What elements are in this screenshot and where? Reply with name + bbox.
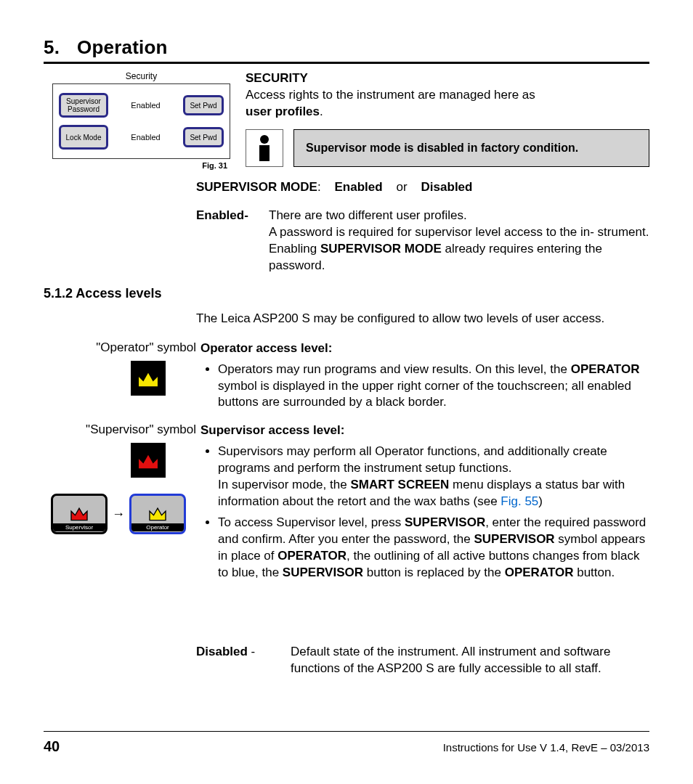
access-levels-heading: 5.1.2 Access levels (44, 286, 649, 301)
text-bold: SMART SCREEN (350, 478, 449, 491)
text-bold: user profiles (246, 105, 320, 118)
text: Operators may run programs and view resu… (218, 362, 571, 376)
lock-mode-button[interactable]: Lock Mode (59, 125, 108, 150)
text-bold: SUPERVISOR (405, 515, 485, 529)
set-pwd-button[interactable]: Set Pwd (183, 95, 224, 115)
def-body: There are two different user profiles. A… (269, 208, 649, 274)
footer-rule (44, 731, 649, 732)
info-icon (246, 129, 283, 167)
text: button is replaced by the (363, 565, 505, 579)
text-bold: OPERATOR (505, 565, 574, 579)
text: Supervisors may perform all Operator fun… (218, 444, 607, 475)
operator-icon (131, 361, 166, 396)
text: button. (573, 565, 615, 579)
def-term: Enabled- (196, 208, 269, 274)
def-term: Disabled - (196, 644, 291, 677)
mode-button-pair: Supervisor → Operator (51, 494, 196, 534)
security-panel-title: Security (52, 71, 230, 81)
status-text: Enabled (131, 133, 160, 142)
supervisor-mode-button[interactable]: Supervisor (51, 494, 108, 534)
set-pwd-button[interactable]: Set Pwd (183, 127, 224, 147)
footer: 40 Instructions for Use V 1.4, RevE – 03… (44, 738, 649, 755)
mode-button-label: Supervisor (53, 523, 105, 531)
security-row: Supervisor Password Enabled Set Pwd (59, 93, 224, 118)
chapter-title: Operation (77, 36, 168, 58)
text-bold: OPERATOR (277, 549, 346, 563)
chapter-number: 5. (44, 36, 60, 58)
mode-button-label: Operator (131, 523, 184, 531)
text-bold: Enabled (335, 180, 383, 194)
supervisor-symbol-label: "Supervisor" symbol (44, 422, 196, 437)
footer-text: Instructions for Use V 1.4, RevE – 03/20… (443, 741, 649, 754)
chapter-header: 5.Operation (44, 36, 649, 59)
security-panel: Security Supervisor Password Enabled Set… (52, 71, 230, 170)
note-text: Supervisor mode is disabled in factory c… (306, 142, 578, 155)
text: : (317, 180, 321, 194)
status-text: Enabled (131, 101, 160, 110)
list-item: To access Supervisor level, press SUPERV… (218, 515, 649, 581)
security-row: Lock Mode Enabled Set Pwd (59, 125, 224, 150)
page-number: 40 (44, 738, 60, 755)
supervisor-icon (131, 443, 166, 478)
note-box: Supervisor mode is disabled in factory c… (293, 129, 649, 167)
text: symbol is displayed in the upper right c… (218, 379, 631, 409)
security-intro: Access rights to the instrument are mana… (246, 87, 649, 121)
operator-access-heading: Operator access level: (200, 340, 649, 357)
arrow-icon: → (112, 507, 125, 522)
figure-caption: Fig. 31 (52, 161, 230, 170)
text: To access Supervisor level, press (218, 515, 405, 529)
text: In supervisor mode, the (218, 478, 350, 491)
text-bold: SUPERVISOR (474, 532, 554, 546)
definition-row: Disabled - Default state of the instrume… (196, 644, 649, 677)
text: . (320, 105, 323, 118)
text-bold: SUPERVISOR MODE (320, 242, 442, 256)
operator-mode-button[interactable]: Operator (129, 494, 186, 534)
text-bold: Disabled (421, 180, 473, 194)
def-body: Default state of the instrument. All ins… (291, 644, 649, 677)
security-heading: SECURITY (246, 71, 649, 86)
figure-link[interactable]: Fig. 55 (500, 494, 538, 508)
supervisor-access-heading: Supervisor access level: (200, 422, 649, 439)
supervisor-password-button[interactable]: Supervisor Password (59, 93, 108, 118)
list-item: Supervisors may perform all Operator fun… (218, 444, 649, 510)
text-bold: OPERATOR (571, 362, 640, 376)
definition-row: Enabled- There are two different user pr… (196, 208, 649, 274)
access-intro: The Leica ASP200 S may be configured to … (196, 311, 649, 326)
text: There are two different user profiles. (269, 208, 467, 222)
text: or (397, 180, 408, 194)
mode-line: SUPERVISOR MODE: Enabled or Disabled (196, 180, 649, 195)
text-bold: SUPERVISOR (283, 565, 363, 579)
text: Access rights to the instrument are mana… (246, 88, 535, 102)
supervisor-bullets: Supervisors may perform all Operator fun… (200, 444, 649, 581)
text-bold: SUPERVISOR MODE (196, 180, 317, 194)
text: ) (538, 494, 543, 508)
operator-symbol-label: "Operator" symbol (44, 340, 196, 355)
operator-bullets: Operators may run programs and view resu… (200, 362, 649, 412)
header-rule (44, 62, 649, 64)
security-panel-box: Supervisor Password Enabled Set Pwd Lock… (52, 83, 230, 159)
list-item: Operators may run programs and view resu… (218, 362, 649, 412)
